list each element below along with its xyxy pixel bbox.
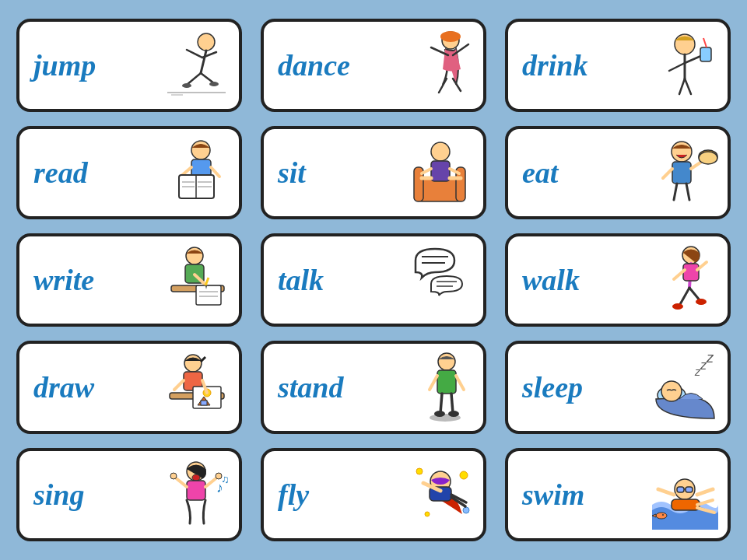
- card-read[interactable]: read: [16, 126, 242, 219]
- svg-line-59: [205, 278, 209, 285]
- word-dance: dance: [278, 48, 350, 82]
- svg-point-74: [184, 355, 202, 372]
- icon-read: [161, 136, 231, 210]
- card-sleep[interactable]: sleep z z z: [505, 341, 731, 434]
- svg-point-73: [696, 299, 707, 305]
- svg-text:z: z: [706, 352, 714, 366]
- card-stand[interactable]: stand: [261, 341, 486, 434]
- svg-point-85: [438, 353, 455, 370]
- word-jump: jump: [33, 48, 96, 82]
- svg-line-20: [703, 38, 707, 47]
- icon-eat: [650, 136, 720, 210]
- svg-point-103: [170, 473, 177, 479]
- word-swim: swim: [522, 478, 584, 512]
- svg-point-24: [191, 141, 210, 159]
- svg-point-48: [699, 152, 717, 164]
- svg-line-75: [201, 357, 205, 362]
- svg-point-7: [209, 82, 219, 86]
- word-stand: stand: [278, 370, 343, 404]
- card-swim[interactable]: swim: [505, 448, 731, 541]
- card-drink[interactable]: drink: [505, 19, 731, 112]
- icon-sit: [405, 136, 475, 210]
- svg-point-52: [186, 247, 203, 264]
- svg-line-51: [686, 184, 689, 200]
- word-sing: sing: [33, 478, 84, 512]
- svg-line-23: [685, 79, 691, 94]
- icon-draw: [161, 351, 231, 425]
- svg-point-0: [198, 33, 215, 51]
- svg-line-122: [697, 489, 713, 495]
- svg-line-90: [451, 394, 453, 413]
- svg-rect-44: [672, 162, 691, 184]
- word-draw: draw: [33, 370, 94, 404]
- svg-point-94: [661, 381, 682, 401]
- svg-point-92: [448, 411, 459, 417]
- svg-point-110: [463, 507, 469, 513]
- word-eat: eat: [522, 156, 558, 190]
- svg-text:♫: ♫: [221, 474, 230, 485]
- card-write[interactable]: write: [16, 233, 242, 327]
- icon-dance: [405, 29, 475, 103]
- svg-line-89: [440, 394, 442, 413]
- svg-line-14: [439, 79, 447, 93]
- svg-line-21: [669, 63, 685, 71]
- icon-jump: [161, 29, 231, 103]
- card-talk[interactable]: talk: [261, 233, 486, 327]
- svg-point-127: [662, 514, 664, 516]
- word-talk: talk: [278, 263, 324, 297]
- svg-point-109: [425, 512, 430, 516]
- word-write: write: [33, 263, 94, 297]
- svg-rect-19: [700, 47, 711, 61]
- svg-rect-118: [686, 487, 693, 492]
- card-grid: jump dance: [16, 19, 731, 541]
- svg-line-22: [679, 79, 685, 94]
- svg-rect-117: [677, 487, 684, 492]
- svg-rect-100: [187, 481, 205, 500]
- card-draw[interactable]: draw: [16, 341, 242, 434]
- svg-line-83: [174, 380, 184, 390]
- svg-line-50: [674, 184, 677, 200]
- card-walk[interactable]: walk: [505, 233, 731, 327]
- svg-line-49: [663, 169, 672, 178]
- svg-point-99: [192, 474, 200, 481]
- word-sit: sit: [278, 156, 306, 190]
- svg-rect-56: [196, 285, 221, 305]
- icon-drink: [650, 29, 720, 103]
- svg-point-37: [431, 142, 450, 161]
- svg-rect-67: [683, 264, 699, 281]
- card-sit[interactable]: sit: [261, 126, 486, 219]
- svg-line-87: [430, 376, 437, 390]
- svg-line-121: [658, 489, 674, 495]
- svg-point-72: [672, 303, 683, 310]
- svg-line-101: [174, 477, 187, 487]
- svg-rect-81: [201, 401, 207, 405]
- svg-rect-86: [437, 370, 456, 394]
- svg-rect-120: [672, 499, 700, 510]
- svg-line-70: [679, 288, 689, 306]
- word-read: read: [33, 156, 88, 190]
- svg-rect-38: [431, 161, 450, 181]
- card-dance[interactable]: dance: [261, 19, 486, 112]
- icon-sing: ♪ ♫: [161, 458, 231, 532]
- svg-point-108: [460, 471, 468, 479]
- word-sleep: sleep: [522, 370, 583, 404]
- icon-stand: [405, 351, 475, 425]
- svg-line-4: [187, 73, 201, 85]
- svg-line-5: [201, 73, 214, 83]
- svg-point-11: [440, 31, 461, 42]
- icon-swim: [650, 458, 720, 532]
- svg-line-88: [456, 376, 464, 390]
- card-jump[interactable]: jump: [16, 19, 242, 112]
- svg-point-91: [434, 411, 445, 417]
- icon-walk: [650, 243, 720, 317]
- card-eat[interactable]: eat: [505, 126, 731, 219]
- svg-line-1: [201, 51, 206, 73]
- icon-sleep: z z z: [650, 351, 720, 425]
- svg-point-43: [672, 142, 692, 162]
- card-sing[interactable]: sing ♪ ♫: [16, 448, 242, 541]
- svg-point-125: [656, 513, 667, 519]
- svg-point-6: [182, 83, 191, 88]
- word-drink: drink: [522, 48, 587, 82]
- card-fly[interactable]: fly: [261, 448, 486, 541]
- svg-point-107: [416, 468, 423, 474]
